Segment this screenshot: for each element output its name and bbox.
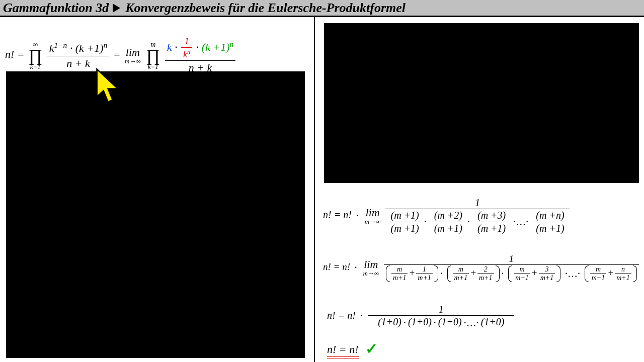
checkmark-icon: ✓ [365, 340, 378, 357]
equation-4: n! = n! · 1 (1+0)·(1+0)·(1+0)·…·(1+0) [327, 304, 515, 329]
page-header: Gammafunktion 3d Konvergenzbeweis für di… [0, 0, 644, 17]
equation-3: n! = n! · lim m→∞ 1 mm+1+1m+1 · mm+1+2m+… [323, 253, 640, 282]
content-area: n! = ∞ ∏ k=1 k1−n · (k +1)n n + k = lim … [0, 17, 644, 362]
header-triangle-icon [113, 4, 120, 13]
header-title-right: Konvergenzbeweis für die Eulersche-Produ… [125, 1, 406, 16]
equation-1: n! = ∞ ∏ k=1 k1−n · (k +1)n n + k = lim … [5, 36, 236, 74]
header-title-left: Gammafunktion 3d [3, 1, 109, 16]
black-panel-right [324, 23, 639, 183]
equation-2: n! = n! · lim m→∞ 1 (m +1)(m +1)· (m +2)… [323, 197, 571, 234]
equation-5: n! = n! ✓ [327, 340, 378, 357]
result-text: n! = n! [327, 343, 359, 358]
vertical-divider [314, 17, 315, 362]
black-panel-left [6, 71, 305, 358]
